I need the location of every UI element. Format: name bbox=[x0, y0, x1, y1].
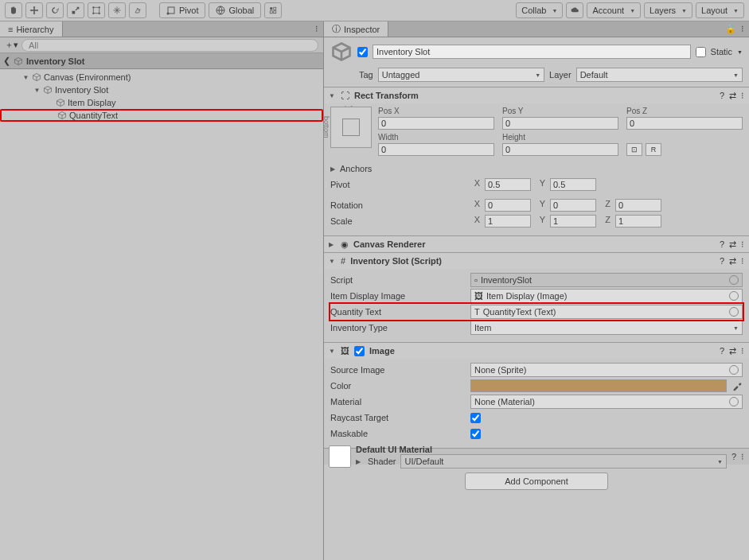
raw-button[interactable]: R bbox=[646, 143, 661, 156]
layer-dropdown[interactable]: Default bbox=[576, 68, 743, 82]
color-field[interactable] bbox=[470, 379, 727, 392]
rot-z-field[interactable] bbox=[615, 199, 661, 212]
rotate-tool-button[interactable] bbox=[46, 2, 64, 18]
help-icon[interactable]: ? bbox=[720, 256, 724, 266]
custom-tool-button[interactable] bbox=[129, 2, 146, 18]
static-checkbox[interactable] bbox=[696, 47, 706, 57]
quantity-text-object-field[interactable]: TQuantityText (Text) bbox=[470, 305, 743, 319]
lock-icon[interactable]: ⁝ bbox=[315, 24, 318, 34]
canvas-renderer-header[interactable]: ▶◉Canvas Renderer?⇄⁝ bbox=[324, 236, 749, 252]
script-header[interactable]: ▼#Inventory Slot (Script)?⇄⁝ bbox=[324, 253, 749, 269]
transform-tool-button[interactable] bbox=[108, 2, 126, 18]
account-dropdown[interactable]: Account bbox=[587, 2, 641, 18]
preset-icon[interactable]: ⇄ bbox=[729, 256, 736, 266]
anchor-preset-button[interactable] bbox=[330, 107, 372, 148]
canvas-renderer-title: Canvas Renderer bbox=[353, 239, 715, 249]
breadcrumb[interactable]: ❮ Inventory Slot bbox=[0, 53, 323, 69]
menu-icon[interactable]: ⁝ bbox=[741, 91, 744, 101]
inspector-tab[interactable]: ⓘInspector bbox=[324, 21, 388, 37]
rect-icon: ⛶ bbox=[341, 91, 349, 100]
hand-tool-button[interactable] bbox=[5, 2, 22, 18]
item-display-object-field[interactable]: 🖼Item Display (Image) bbox=[470, 289, 743, 303]
tree-row-item-display[interactable]: Item Display bbox=[0, 96, 323, 109]
inventory-type-dropdown[interactable]: Item bbox=[470, 321, 743, 335]
tag-dropdown[interactable]: Untagged bbox=[378, 68, 544, 82]
preset-icon[interactable]: ⇄ bbox=[729, 239, 736, 250]
image-header[interactable]: ▼🖼Image?⇄⁝ bbox=[324, 343, 749, 359]
search-input[interactable] bbox=[21, 39, 318, 52]
posy-field[interactable] bbox=[502, 117, 618, 130]
static-label: Static bbox=[711, 47, 733, 56]
menu-icon[interactable]: ⁝ bbox=[741, 256, 744, 266]
scale-tool-button[interactable] bbox=[67, 2, 84, 18]
help-icon[interactable]: ? bbox=[720, 91, 724, 101]
collab-dropdown[interactable]: Collab bbox=[516, 2, 563, 18]
svg-point-5 bbox=[99, 13, 100, 14]
preset-icon[interactable]: ⇄ bbox=[729, 346, 736, 356]
height-field[interactable] bbox=[502, 143, 618, 156]
move-tool-button[interactable] bbox=[25, 2, 43, 18]
active-checkbox[interactable] bbox=[357, 47, 368, 57]
pivot-y-field[interactable] bbox=[550, 178, 596, 191]
image-enabled-checkbox[interactable] bbox=[354, 346, 365, 356]
rect-tool-button[interactable] bbox=[88, 2, 105, 18]
global-button[interactable]: Global bbox=[209, 2, 261, 18]
svg-rect-6 bbox=[168, 7, 174, 14]
inspector-tabrow: ⓘInspector 🔒⁝ bbox=[324, 21, 749, 37]
rect-transform-header[interactable]: ▼⛶Rect Transform?⇄⁝ bbox=[324, 88, 749, 103]
source-image-field[interactable]: None (Sprite) bbox=[470, 363, 743, 377]
menu-icon[interactable]: ⁝ bbox=[741, 24, 744, 34]
cloud-button[interactable] bbox=[566, 2, 583, 18]
blueprint-button[interactable]: ⊡ bbox=[626, 143, 642, 156]
rot-y-field[interactable] bbox=[550, 199, 596, 212]
scale-x-field[interactable] bbox=[485, 215, 531, 228]
layers-dropdown[interactable]: Layers bbox=[644, 2, 692, 18]
create-menu[interactable]: ＋▾ bbox=[5, 39, 18, 51]
scale-z-field[interactable] bbox=[615, 215, 661, 228]
menu-icon[interactable]: ⁝ bbox=[741, 452, 744, 462]
object-picker-icon[interactable] bbox=[729, 307, 739, 317]
object-picker-icon[interactable] bbox=[729, 291, 739, 301]
posz-field[interactable] bbox=[626, 117, 743, 130]
tree-row-slot[interactable]: ▼Inventory Slot bbox=[0, 84, 323, 96]
object-picker-icon[interactable] bbox=[729, 275, 739, 285]
maskable-checkbox[interactable] bbox=[470, 429, 481, 439]
menu-icon[interactable]: ⁝ bbox=[741, 239, 744, 250]
preset-icon[interactable]: ⇄ bbox=[729, 91, 736, 101]
svg-rect-0 bbox=[72, 11, 76, 14]
cube-icon bbox=[14, 56, 23, 66]
pivot-x-field[interactable] bbox=[485, 178, 531, 191]
canvas-renderer-icon: ◉ bbox=[341, 239, 349, 250]
raycast-checkbox[interactable] bbox=[470, 413, 481, 423]
rot-x-field[interactable] bbox=[485, 199, 531, 212]
lock-icon[interactable]: 🔒 bbox=[725, 24, 736, 34]
pivot-button[interactable]: Pivot bbox=[159, 2, 205, 18]
help-icon[interactable]: ? bbox=[720, 239, 724, 250]
help-icon[interactable]: ? bbox=[731, 452, 736, 462]
object-picker-icon[interactable] bbox=[729, 365, 739, 375]
posx-field[interactable] bbox=[378, 117, 494, 130]
svg-rect-9 bbox=[271, 7, 273, 10]
eyedropper-icon[interactable] bbox=[731, 380, 743, 391]
tree-row-quantity[interactable]: QuantityText bbox=[0, 109, 323, 122]
tree-row-canvas[interactable]: ▼Canvas (Environment) bbox=[0, 71, 323, 84]
material-field[interactable]: None (Material) bbox=[470, 395, 743, 409]
width-field[interactable] bbox=[378, 143, 494, 156]
type-field-label: Inventory Type bbox=[330, 323, 466, 332]
snap-button[interactable] bbox=[264, 2, 282, 18]
tag-label: Tag bbox=[359, 70, 373, 80]
hierarchy-tab[interactable]: ≡Hierarchy bbox=[0, 21, 63, 37]
shader-dropdown[interactable]: UI/Default bbox=[400, 454, 726, 469]
menu-icon[interactable]: ⁝ bbox=[741, 346, 744, 356]
svg-point-3 bbox=[99, 6, 100, 8]
layout-dropdown[interactable]: Layout bbox=[696, 2, 744, 18]
help-icon[interactable]: ? bbox=[720, 346, 724, 356]
anchors-label[interactable]: Anchors bbox=[340, 164, 372, 173]
add-component-button[interactable]: Add Component bbox=[465, 472, 608, 490]
source-image-label: Source Image bbox=[330, 365, 466, 375]
material-header[interactable]: Default UI Material ▶ShaderUI/Default ?⁝ bbox=[324, 449, 749, 465]
object-picker-icon[interactable] bbox=[729, 397, 739, 406]
scale-y-field[interactable] bbox=[550, 215, 596, 228]
breadcrumb-label: Inventory Slot bbox=[26, 56, 84, 66]
object-name-field[interactable] bbox=[373, 45, 691, 59]
